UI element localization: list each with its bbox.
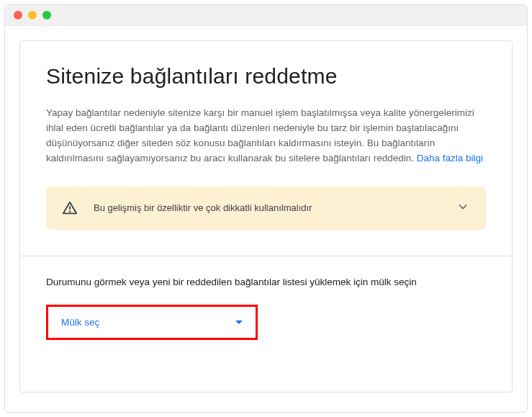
main-card: Sitenize bağlantıları reddetme Yapay bağ…: [19, 40, 513, 393]
minimize-window-button[interactable]: [28, 11, 37, 19]
warning-icon: [62, 200, 78, 216]
dropdown-arrow-icon: [235, 320, 243, 324]
description-text: Yapay bağlantılar nedeniyle sitenize kar…: [46, 107, 474, 163]
property-select-label: Durumunu görmek veya yeni bir reddedilen…: [46, 277, 486, 287]
close-window-button[interactable]: [14, 11, 22, 19]
content-area: Sitenize bağlantıları reddetme Yapay bağ…: [5, 26, 527, 407]
warning-box[interactable]: Bu gelişmiş bir özelliktir ve çok dikkat…: [46, 187, 486, 230]
page-title: Sitenize bağlantıları reddetme: [46, 64, 486, 89]
chevron-down-icon[interactable]: [456, 199, 470, 217]
learn-more-link[interactable]: Daha fazla bilgi: [417, 153, 483, 163]
maximize-window-button[interactable]: [42, 11, 51, 19]
section-divider: [20, 256, 512, 256]
page-description: Yapay bağlantılar nedeniyle sitenize kar…: [46, 106, 486, 166]
property-select-highlight: Mülk seç: [46, 305, 258, 340]
property-select-text: Mülk seç: [61, 317, 99, 328]
window-frame: Sitenize bağlantıları reddetme Yapay bağ…: [4, 4, 528, 413]
property-select-button[interactable]: Mülk seç: [51, 310, 253, 335]
svg-point-1: [70, 211, 71, 212]
warning-text: Bu gelişmiş bir özelliktir ve çok dikkat…: [94, 202, 440, 213]
title-bar: [5, 5, 527, 26]
